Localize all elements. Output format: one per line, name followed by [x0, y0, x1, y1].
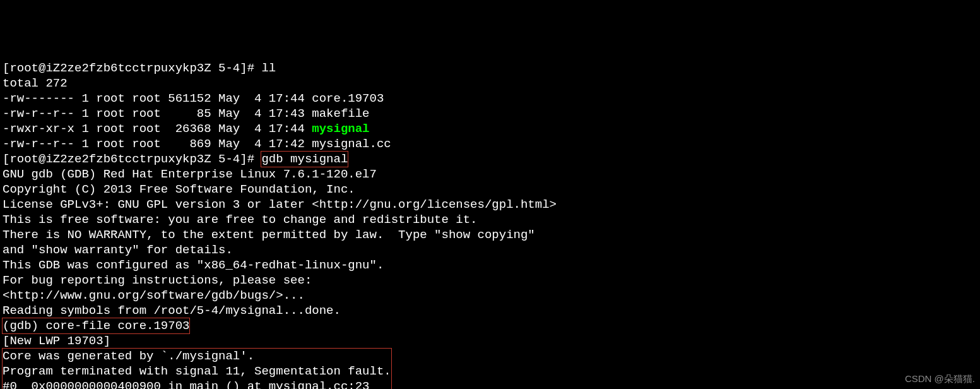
crash-line: #0 0x0000000000400900 in main () at mysi…	[3, 380, 370, 389]
gdb-line: and "show warranty" for details.	[3, 243, 233, 257]
ls-row: -rwxr-xr-x 1 root root 26368 May 4 17:44	[3, 122, 312, 136]
crash-line: Program terminated with signal 11, Segme…	[3, 364, 391, 378]
ls-row: -rw-r--r-- 1 root root 85 May 4 17:43 ma…	[3, 107, 370, 121]
gdb-line: <http://www.gnu.org/software/gdb/bugs/>.…	[3, 289, 305, 302]
lwp-line: [New LWP 19703]	[3, 334, 110, 348]
ls-row: -rw------- 1 root root 561152 May 4 17:4…	[3, 92, 384, 105]
cmd-gdb: gdb mysignal	[261, 152, 348, 167]
gdb-line: This is free software: you are free to c…	[3, 213, 478, 227]
crash-info-box: Core was generated by `./mysignal'. Prog…	[3, 349, 391, 389]
gdb-corefile-cmd: (gdb) core-file core.19703	[3, 318, 189, 333]
gdb-line: For bug reporting instructions, please s…	[3, 273, 312, 287]
gdb-line: License GPLv3+: GNU GPL version 3 or lat…	[3, 198, 557, 212]
cmd-ll: ll	[261, 61, 276, 75]
gdb-line: Reading symbols from /root/5-4/mysignal.…	[3, 304, 341, 318]
gdb-line: Copyright (C) 2013 Free Software Foundat…	[3, 183, 355, 196]
shell-prompt: [root@iZ2ze2fzb6tcctrpuxykp3Z 5-4]#	[3, 152, 261, 166]
gdb-line: GNU gdb (GDB) Red Hat Enterprise Linux 7…	[3, 167, 377, 181]
gdb-line: This GDB was configured as "x86_64-redha…	[3, 258, 384, 272]
crash-line: Core was generated by `./mysignal'.	[3, 349, 254, 363]
gdb-line: There is NO WARRANTY, to the extent perm…	[3, 228, 535, 242]
terminal-output[interactable]: [root@iZ2ze2fzb6tcctrpuxykp3Z 5-4]# ll t…	[0, 61, 980, 389]
watermark: CSDN @朵猫猫.	[905, 371, 975, 386]
executable-name: mysignal	[312, 122, 369, 136]
ls-row: -rw-r--r-- 1 root root 869 May 4 17:42 m…	[3, 137, 391, 151]
shell-prompt: [root@iZ2ze2fzb6tcctrpuxykp3Z 5-4]#	[3, 61, 261, 75]
ls-total: total 272	[3, 76, 68, 90]
